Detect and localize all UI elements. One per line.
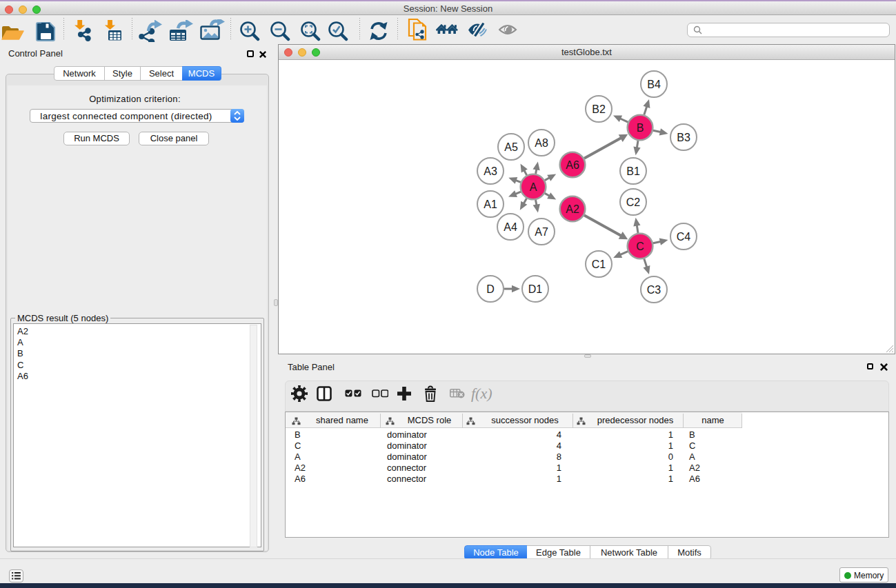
svg-text:B4: B4 (647, 79, 661, 90)
svg-text:B: B (637, 122, 644, 134)
svg-text:B3: B3 (677, 132, 690, 143)
svg-text:A8: A8 (535, 137, 548, 149)
svg-text:A5: A5 (504, 141, 518, 153)
svg-text:A2: A2 (566, 203, 579, 215)
svg-text:B1: B1 (626, 165, 640, 177)
svg-text:C2: C2 (626, 196, 641, 208)
svg-text:C1: C1 (592, 258, 606, 270)
svg-text:D1: D1 (528, 283, 543, 295)
svg-text:A1: A1 (484, 199, 497, 210)
svg-text:A4: A4 (504, 221, 517, 233)
svg-text:A6: A6 (566, 159, 579, 171)
svg-text:A7: A7 (535, 226, 548, 238)
svg-text:C4: C4 (677, 231, 691, 243)
svg-text:B2: B2 (592, 103, 606, 115)
svg-text:A3: A3 (484, 165, 497, 177)
svg-text:C: C (636, 241, 644, 252)
svg-text:A: A (530, 181, 537, 193)
svg-text:C3: C3 (647, 284, 661, 296)
svg-text:D: D (486, 283, 495, 295)
